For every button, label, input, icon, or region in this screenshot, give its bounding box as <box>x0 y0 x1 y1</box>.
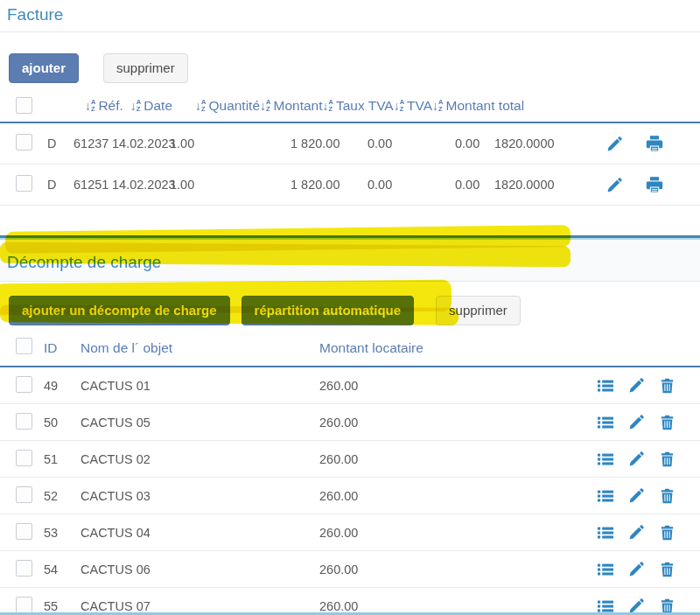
sort-az-icon: ↓AZ <box>260 99 270 113</box>
tenant-amount: 260.00 <box>310 379 586 393</box>
table-row: D 61237 14.02.2023 1.00 1 820.00 0.00 0.… <box>0 123 700 164</box>
edit-icon[interactable] <box>606 136 623 152</box>
object-name: CACTUS 01 <box>74 379 310 393</box>
column-header-tva[interactable]: ↓AZ TVA <box>394 98 432 114</box>
tenant-amount: 260.00 <box>310 489 586 503</box>
object-id: 53 <box>35 526 74 540</box>
details-list-icon[interactable] <box>597 487 614 505</box>
title-divider <box>0 31 700 32</box>
trash-icon[interactable] <box>659 487 676 505</box>
invoice-type: D <box>35 136 65 150</box>
row-checkbox[interactable] <box>16 175 32 192</box>
column-header-quantite[interactable]: ↓AZ Quantité <box>195 98 260 114</box>
invoice-total: 1820.0000 <box>492 136 588 150</box>
add-charge-statement-button[interactable]: ajouter un décompte de charge <box>9 296 230 325</box>
object-name: CACTUS 04 <box>74 526 310 540</box>
invoice-qty: 1.00 <box>168 178 289 192</box>
table-row: 51 CACTUS 02 260.00 <box>0 441 700 478</box>
sort-az-icon: ↓AZ <box>394 99 404 113</box>
delete-invoice-button[interactable]: supprimer <box>103 53 188 83</box>
tenant-amount: 260.00 <box>310 416 586 430</box>
row-checkbox[interactable] <box>16 134 32 150</box>
decompte-section-header: Décompte de charge <box>0 240 700 282</box>
select-all-checkbox[interactable] <box>16 338 32 354</box>
object-id: 54 <box>35 563 74 577</box>
invoice-qty: 1.00 <box>168 136 289 150</box>
sort-az-icon: ↓AZ <box>85 99 95 113</box>
row-checkbox[interactable] <box>16 597 32 613</box>
column-header-amount[interactable]: Montant locataire <box>310 340 586 356</box>
details-list-icon[interactable] <box>597 377 614 395</box>
details-list-icon[interactable] <box>597 561 614 578</box>
edit-icon[interactable] <box>628 451 645 467</box>
tenant-amount: 260.00 <box>310 452 586 466</box>
object-id: 50 <box>35 416 74 430</box>
object-name: CACTUS 02 <box>74 452 310 466</box>
table-row: 52 CACTUS 03 260.00 <box>0 478 700 514</box>
table-row: D 61251 14.02.2023 1.00 1 820.00 0.00 0.… <box>0 164 700 206</box>
select-all-checkbox[interactable] <box>16 97 32 114</box>
column-label: Date <box>144 98 172 114</box>
edit-icon[interactable] <box>628 487 645 504</box>
table-row: 55 CACTUS 07 260.00 <box>0 588 700 615</box>
invoice-tva: 0.00 <box>432 178 492 192</box>
trash-icon[interactable] <box>659 524 676 542</box>
sort-az-icon: ↓AZ <box>323 99 333 113</box>
object-name: CACTUS 05 <box>74 416 310 430</box>
object-name: CACTUS 03 <box>74 489 310 503</box>
table-row: 53 CACTUS 04 260.00 <box>0 514 700 551</box>
table-row: 49 CACTUS 01 260.00 <box>0 367 700 404</box>
edit-icon[interactable] <box>606 177 623 193</box>
trash-icon[interactable] <box>659 377 676 395</box>
edit-icon[interactable] <box>628 524 645 541</box>
invoice-date: 14.02.2023 <box>110 178 168 192</box>
trash-icon[interactable] <box>659 451 676 468</box>
edit-icon[interactable] <box>628 561 645 577</box>
column-label: TVA <box>407 98 432 114</box>
row-checkbox[interactable] <box>16 413 32 430</box>
sort-az-icon: ↓AZ <box>130 99 141 113</box>
invoice-total: 1820.0000 <box>492 178 588 192</box>
invoice-ref: 61237 <box>65 136 110 150</box>
add-invoice-button[interactable]: ajouter <box>9 53 79 83</box>
details-list-icon[interactable] <box>597 451 614 468</box>
details-list-icon[interactable] <box>597 414 614 431</box>
column-label: Taux TVA <box>336 98 394 114</box>
print-icon[interactable] <box>646 135 663 152</box>
object-name: CACTUS 07 <box>74 599 310 613</box>
column-header-id[interactable]: ID <box>35 340 74 356</box>
trash-icon[interactable] <box>659 561 676 578</box>
object-id: 51 <box>35 452 74 466</box>
delete-charge-statement-button[interactable]: supprimer <box>436 296 521 325</box>
column-header-montant[interactable]: ↓AZ Montant <box>260 98 322 114</box>
row-checkbox[interactable] <box>16 486 32 503</box>
invoice-montant: 1 820.00 <box>289 136 346 150</box>
column-header-name[interactable]: Nom de l´ objet <box>74 340 310 356</box>
invoice-type: D <box>35 178 65 192</box>
sort-az-icon: ↓AZ <box>432 99 443 113</box>
row-checkbox[interactable] <box>16 450 32 466</box>
column-header-ref[interactable]: ↓AZ Réf. <box>85 98 123 114</box>
table-row: 54 CACTUS 06 260.00 <box>0 551 700 588</box>
column-label: Montant total <box>446 98 525 114</box>
trash-icon[interactable] <box>659 414 676 431</box>
object-id: 52 <box>35 489 74 503</box>
column-header-montant-total[interactable]: ↓AZ Montant total <box>432 98 524 114</box>
row-checkbox[interactable] <box>16 376 32 393</box>
print-icon[interactable] <box>646 176 663 193</box>
edit-icon[interactable] <box>628 377 645 394</box>
row-checkbox[interactable] <box>16 560 32 577</box>
invoice-tva: 0.00 <box>432 136 492 150</box>
details-list-icon[interactable] <box>597 524 614 542</box>
column-label: Réf. <box>98 98 122 114</box>
invoice-ref: 61251 <box>65 178 110 192</box>
column-header-taux-tva[interactable]: ↓AZ Taux TVA <box>323 98 394 114</box>
invoice-date: 14.02.2023 <box>110 136 168 150</box>
facture-section-title: Facture <box>0 0 700 31</box>
facture-table-header: ↓AZ Réf. ↓AZ Date ↓AZ Quantité ↓AZ Monta… <box>0 94 700 122</box>
object-id: 49 <box>35 379 74 393</box>
auto-distribution-button[interactable]: répartition automatique <box>242 296 415 325</box>
row-checkbox[interactable] <box>16 523 32 540</box>
edit-icon[interactable] <box>628 414 645 430</box>
column-header-date[interactable]: ↓AZ Date <box>130 98 172 114</box>
